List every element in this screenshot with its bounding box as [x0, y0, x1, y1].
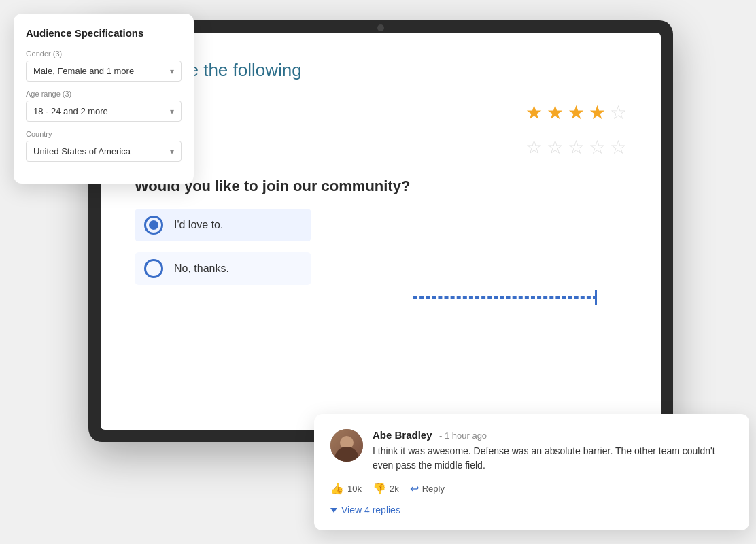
star-5[interactable]: ☆ — [610, 101, 627, 124]
comment-author: Abe Bradley — [373, 429, 432, 441]
dislike-count: 2k — [390, 483, 399, 494]
quality-stars[interactable]: ☆ ☆ ☆ ☆ ☆ — [526, 136, 627, 158]
audience-specifications-card: Audience Specifications Gender (3) Male,… — [14, 14, 194, 184]
section-heading: ase rate the following — [135, 60, 627, 81]
radio-no[interactable]: No, thanks. — [135, 252, 311, 285]
dislike-button[interactable]: 👎 2k — [373, 482, 399, 495]
camera — [377, 24, 384, 31]
community-question: Would you like to join our community? — [135, 177, 627, 195]
gender-label: Gender (3) — [26, 50, 182, 58]
reply-label: Reply — [422, 483, 445, 494]
radio-yes-label: I'd love to. — [174, 219, 223, 231]
star-1[interactable]: ★ — [526, 101, 543, 124]
service-stars[interactable]: ★ ★ ★ ★ ☆ — [526, 101, 627, 124]
rating-section: rvice ★ ★ ★ ★ ☆ Quality ☆ ☆ ☆ ☆ — [135, 101, 627, 158]
age-label: Age range (3) — [26, 90, 182, 98]
country-field-group: Country United States of America ▾ — [26, 130, 182, 162]
q-star-3[interactable]: ☆ — [568, 136, 585, 158]
star-4[interactable]: ★ — [589, 101, 606, 124]
radio-circle-yes — [144, 216, 163, 235]
dashed-line-decoration — [413, 296, 597, 299]
comment-card: Abe Bradley - 1 hour ago I think it was … — [314, 414, 749, 530]
service-rating-row: rvice ★ ★ ★ ★ ☆ — [135, 101, 627, 124]
star-3[interactable]: ★ — [568, 101, 585, 124]
gender-chevron-icon: ▾ — [170, 67, 174, 76]
reply-icon: ↩ — [410, 482, 419, 495]
gender-value: Male, Female and 1 more — [33, 66, 134, 76]
thumbs-down-icon: 👎 — [373, 482, 386, 495]
comment-header: Abe Bradley - 1 hour ago I think it was … — [330, 429, 733, 473]
gender-select[interactable]: Male, Female and 1 more ▾ — [26, 61, 182, 82]
q-star-5[interactable]: ☆ — [610, 136, 627, 158]
country-chevron-icon: ▾ — [170, 147, 174, 156]
radio-no-label: No, thanks. — [174, 262, 229, 275]
dashed-end-decoration — [595, 290, 597, 305]
like-button[interactable]: 👍 10k — [330, 482, 362, 495]
quality-rating-row: Quality ☆ ☆ ☆ ☆ ☆ — [135, 136, 627, 158]
thumbs-up-icon: 👍 — [330, 482, 344, 495]
age-select[interactable]: 18 - 24 and 2 more ▾ — [26, 101, 182, 122]
audience-title: Audience Specifications — [26, 27, 182, 39]
radio-circle-no — [144, 259, 163, 278]
country-value: United States of America — [33, 146, 131, 156]
avatar-image — [330, 429, 363, 462]
q-star-2[interactable]: ☆ — [547, 136, 564, 158]
comment-meta: Abe Bradley - 1 hour ago I think it was … — [373, 429, 733, 473]
q-star-4[interactable]: ☆ — [589, 136, 606, 158]
q-star-1[interactable]: ☆ — [526, 136, 543, 158]
age-field-group: Age range (3) 18 - 24 and 2 more ▾ — [26, 90, 182, 122]
country-label: Country — [26, 130, 182, 138]
like-count: 10k — [347, 483, 362, 494]
radio-yes[interactable]: I'd love to. — [135, 209, 311, 241]
age-value: 18 - 24 and 2 more — [33, 106, 108, 116]
comment-time: - 1 hour ago — [439, 430, 487, 441]
chevron-down-icon — [330, 508, 337, 513]
avatar — [330, 429, 363, 462]
age-chevron-icon: ▾ — [170, 107, 174, 116]
country-select[interactable]: United States of America ▾ — [26, 141, 182, 162]
comment-actions: 👍 10k 👎 2k ↩ Reply — [330, 482, 733, 495]
reply-button[interactable]: ↩ Reply — [410, 482, 445, 495]
view-replies-button[interactable]: View 4 replies — [330, 505, 733, 515]
gender-field-group: Gender (3) Male, Female and 1 more ▾ — [26, 50, 182, 82]
comment-text: I think it was awesome. Defense was an a… — [373, 444, 733, 473]
star-2[interactable]: ★ — [547, 101, 564, 124]
view-replies-label: View 4 replies — [341, 505, 400, 515]
